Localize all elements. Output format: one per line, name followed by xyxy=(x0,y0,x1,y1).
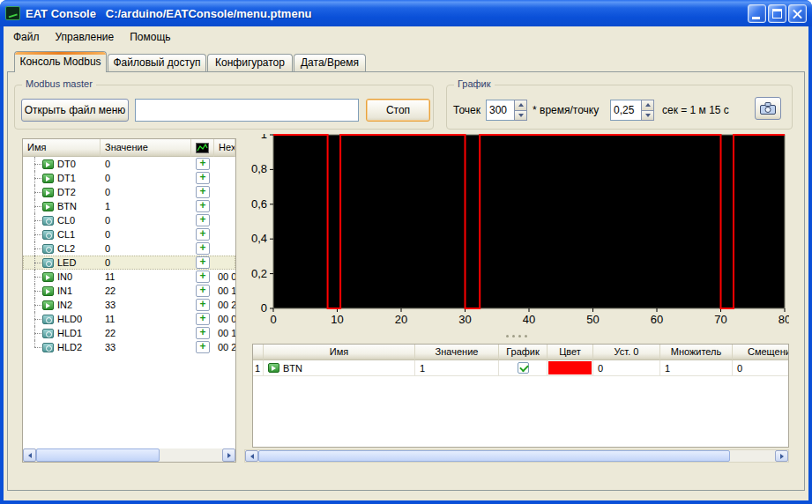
add-to-graph-button[interactable]: + xyxy=(196,271,210,283)
register-row-CL2[interactable]: CL20+ xyxy=(23,241,235,256)
add-to-graph-button[interactable]: + xyxy=(196,341,210,353)
x-tick-label: 50 xyxy=(586,313,599,326)
menu-file-path-input[interactable] xyxy=(135,99,359,122)
add-to-graph-button[interactable]: + xyxy=(196,228,210,241)
minimize-button[interactable] xyxy=(748,4,766,23)
register-row-DT0[interactable]: DT00+ xyxy=(23,157,235,171)
scroll-right-button[interactable] xyxy=(775,450,788,462)
add-to-graph-button[interactable]: + xyxy=(196,299,210,311)
column-header-graph[interactable] xyxy=(191,139,214,157)
screenshot-button[interactable] xyxy=(755,97,781,120)
menu-control[interactable]: Управление xyxy=(48,27,123,47)
points-input[interactable] xyxy=(486,100,514,121)
register-teal-icon xyxy=(42,244,54,254)
scroll-thumb[interactable] xyxy=(258,450,730,462)
register-row-IN0[interactable]: IN011+00 0 xyxy=(23,270,235,284)
register-row-LED[interactable]: LED0+ xyxy=(23,256,235,270)
plot-column-header-4[interactable]: Цвет xyxy=(548,345,593,360)
column-header-hex[interactable]: Hex xyxy=(214,139,235,157)
signal-chart: 00,20,40,60,8101020304050607080 xyxy=(244,134,789,332)
points-spinner xyxy=(486,100,527,121)
register-hex: 00 0 xyxy=(214,314,235,324)
plot-hscrollbar[interactable] xyxy=(244,449,789,463)
register-row-IN1[interactable]: IN122+00 1 xyxy=(23,284,235,298)
y-tick-label: 0,6 xyxy=(251,197,267,211)
plot-column-header-6[interactable]: Множитель xyxy=(660,345,733,360)
time-per-point-input[interactable] xyxy=(610,100,641,121)
x-tick-label: 40 xyxy=(523,313,535,326)
registers-hscrollbar[interactable] xyxy=(23,448,235,462)
series-color-swatch[interactable] xyxy=(548,360,593,376)
plot-column-header-2[interactable]: Значение xyxy=(415,345,499,360)
register-row-CL1[interactable]: CL10+ xyxy=(23,227,235,241)
register-name: HLD0 xyxy=(57,314,82,324)
plot-column-header-3[interactable]: График xyxy=(499,345,548,360)
scroll-right-button[interactable] xyxy=(222,448,235,462)
close-button[interactable] xyxy=(788,4,807,23)
tab-date-time[interactable]: Дата/Время xyxy=(294,54,366,71)
plot-series-table: ИмяЗначениеГрафикЦветУст. 0МножительСмещ… xyxy=(252,344,789,448)
plot-column-header-1[interactable]: Имя xyxy=(264,345,415,360)
plot-column-header-5[interactable]: Уст. 0 xyxy=(593,345,660,360)
add-to-graph-button[interactable]: + xyxy=(196,158,210,170)
tab-file-access[interactable]: Файловый доступ xyxy=(108,54,206,71)
register-green-icon xyxy=(42,286,54,296)
scroll-thumb[interactable] xyxy=(36,448,160,462)
open-menu-file-button[interactable]: Открыть файл меню xyxy=(21,99,129,122)
add-to-graph-button[interactable]: + xyxy=(196,313,210,325)
add-to-graph-button[interactable]: + xyxy=(196,327,210,339)
points-up-button[interactable] xyxy=(514,100,527,111)
column-header-name[interactable]: Имя xyxy=(23,139,101,157)
menu-file[interactable]: Файл xyxy=(5,27,48,47)
register-row-DT1[interactable]: DT10+ xyxy=(23,171,235,185)
scroll-track[interactable] xyxy=(258,450,775,462)
register-teal-icon xyxy=(42,343,54,352)
scroll-left-button[interactable] xyxy=(23,448,36,462)
register-row-CL0[interactable]: CL00+ xyxy=(23,213,235,227)
register-teal-icon xyxy=(42,230,54,240)
add-to-graph-button[interactable]: + xyxy=(196,172,210,184)
column-header-value[interactable]: Значение xyxy=(101,139,191,157)
title-bar[interactable]: EAT Console C:/arduino/EATConsole/menu.p… xyxy=(0,0,812,26)
register-hex: 00 0 xyxy=(214,271,235,282)
register-row-HLD0[interactable]: HLD011+00 0 xyxy=(23,312,235,326)
plot-series-row-BTN[interactable]: 1BTN1010 xyxy=(253,360,788,376)
register-row-IN2[interactable]: IN233+00 2 xyxy=(23,298,235,312)
add-to-graph-button[interactable]: + xyxy=(196,242,210,255)
window-controls xyxy=(748,4,807,23)
maximize-icon xyxy=(772,9,782,19)
register-value: 0 xyxy=(101,215,191,226)
scroll-left-button[interactable] xyxy=(245,450,258,462)
scroll-track[interactable] xyxy=(36,448,222,462)
tab-modbus-console[interactable]: Консоль Modbus xyxy=(14,51,107,72)
plot-column-header-7[interactable]: Смещение xyxy=(733,345,789,360)
menu-bar: Файл Управление Помощь xyxy=(4,26,808,48)
register-row-HLD2[interactable]: HLD233+00 2 xyxy=(23,340,235,354)
splitter-handle[interactable] xyxy=(244,330,789,342)
register-value: 22 xyxy=(101,328,191,338)
tree-branch-line xyxy=(34,326,42,340)
y-tick-label: 0,2 xyxy=(251,267,267,280)
add-to-graph-button[interactable]: + xyxy=(196,214,210,226)
graph-checkbox[interactable] xyxy=(518,362,529,374)
tab-configurator[interactable]: Конфигуратор xyxy=(207,54,293,71)
modbus-master-group-title: Modbus master xyxy=(22,78,96,89)
stop-button[interactable]: Стоп xyxy=(366,99,430,122)
register-row-HLD1[interactable]: HLD122+00 1 xyxy=(23,326,235,340)
x-tick-label: 10 xyxy=(331,313,343,326)
add-to-graph-button[interactable]: + xyxy=(196,256,210,269)
maximize-button[interactable] xyxy=(768,4,786,23)
x-tick-label: 80 xyxy=(778,313,789,326)
time-down-button[interactable] xyxy=(641,111,654,122)
register-green-icon xyxy=(42,202,54,211)
x-tick-label: 70 xyxy=(714,313,726,326)
add-to-graph-button[interactable]: + xyxy=(196,186,210,198)
plot-column-header-0[interactable] xyxy=(253,345,264,360)
add-to-graph-button[interactable]: + xyxy=(196,285,210,297)
time-up-button[interactable] xyxy=(641,100,654,111)
menu-help[interactable]: Помощь xyxy=(122,27,178,47)
register-row-BTN[interactable]: BTN1+ xyxy=(23,199,235,213)
points-down-button[interactable] xyxy=(514,111,527,122)
register-row-DT2[interactable]: DT20+ xyxy=(23,185,235,199)
add-to-graph-button[interactable]: + xyxy=(196,200,210,212)
